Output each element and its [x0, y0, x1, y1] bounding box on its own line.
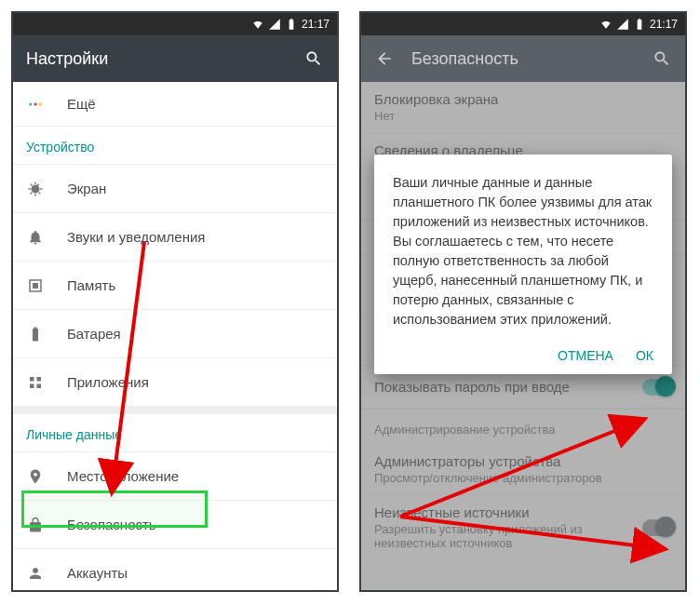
- search-icon: [653, 49, 671, 68]
- battery-icon: [285, 18, 298, 31]
- list-item-sound[interactable]: Звуки и уведомления: [13, 213, 337, 262]
- search-button[interactable]: [303, 48, 324, 69]
- svg-rect-3: [30, 377, 34, 382]
- list-label: Ещё: [67, 96, 96, 112]
- list-item-apps[interactable]: Приложения: [13, 358, 337, 407]
- settings-header: Настройки: [13, 35, 337, 82]
- status-bar: 21:17: [361, 13, 685, 35]
- list-item-display[interactable]: Экран: [13, 165, 337, 213]
- svg-rect-4: [37, 377, 42, 382]
- settings-list: Ещё Устройство Экран Звуки и уведомления…: [13, 82, 337, 590]
- status-time: 21:17: [650, 18, 678, 31]
- search-icon: [304, 49, 323, 68]
- battery-icon: [633, 18, 646, 31]
- account-icon: [27, 565, 44, 582]
- list-label: Память: [67, 277, 115, 293]
- lock-icon: [27, 517, 44, 533]
- search-button[interactable]: [652, 48, 672, 69]
- display-icon: [27, 181, 44, 197]
- svg-rect-5: [30, 383, 34, 388]
- memory-icon: [27, 277, 44, 294]
- settings-title: Настройки: [26, 49, 287, 69]
- list-item-location[interactable]: Местоположение: [13, 452, 337, 501]
- cancel-button[interactable]: ОТМЕНА: [558, 346, 613, 365]
- security-header: Безопасность: [361, 35, 685, 82]
- signal-icon: [268, 18, 281, 31]
- list-item-more[interactable]: Ещё: [13, 82, 337, 127]
- dialog-actions: ОТМЕНА ОК: [393, 346, 653, 365]
- back-icon: [375, 49, 394, 68]
- ok-button[interactable]: ОК: [636, 346, 653, 365]
- list-label: Безопасность: [67, 517, 156, 532]
- list-label: Экран: [67, 181, 106, 196]
- list-item-accounts[interactable]: Аккаунты: [13, 549, 337, 590]
- security-title: Безопасность: [411, 49, 635, 69]
- back-button[interactable]: [374, 48, 395, 69]
- location-icon: [27, 468, 44, 485]
- list-label: Звуки и уведомления: [67, 229, 205, 245]
- wifi-icon: [251, 18, 264, 31]
- confirm-dialog: Ваши личные данные и данные планшетного …: [374, 155, 672, 374]
- svg-point-2: [39, 102, 42, 105]
- svg-rect-6: [37, 383, 42, 388]
- svg-point-0: [29, 102, 32, 105]
- section-personal: Личные данные: [13, 407, 337, 452]
- more-icon: [27, 96, 44, 113]
- phone-settings: 21:17 Настройки Ещё Устройство Экран Зву…: [11, 11, 339, 592]
- status-time: 21:17: [302, 18, 330, 31]
- signal-icon: [616, 18, 629, 31]
- wifi-icon: [599, 18, 612, 31]
- list-item-security[interactable]: Безопасность: [13, 501, 337, 549]
- list-label: Батарея: [67, 326, 121, 342]
- phone-security: 21:17 Безопасность Блокировка экрана Нет…: [359, 11, 687, 592]
- bell-icon: [27, 229, 44, 246]
- apps-icon: [27, 374, 44, 391]
- list-label: Приложения: [67, 374, 149, 390]
- battery-icon: [27, 326, 44, 343]
- status-bar: 21:17: [13, 13, 337, 35]
- svg-point-1: [34, 102, 37, 105]
- list-item-battery[interactable]: Батарея: [13, 310, 337, 358]
- list-label: Аккаунты: [67, 565, 128, 581]
- dialog-text: Ваши личные данные и данные планшетного …: [393, 173, 653, 329]
- list-item-memory[interactable]: Память: [13, 262, 337, 310]
- list-label: Местоположение: [67, 468, 179, 484]
- section-device: Устройство: [13, 127, 337, 165]
